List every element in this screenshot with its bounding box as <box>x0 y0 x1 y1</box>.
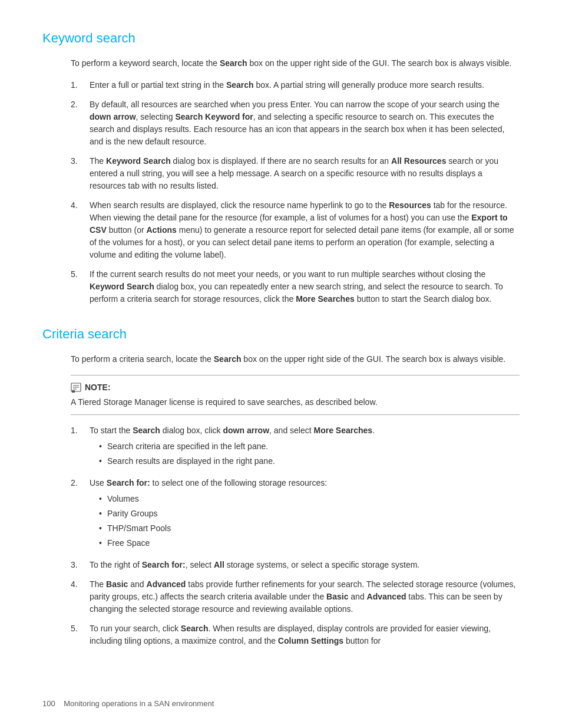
note-text: A Tiered Storage Manager license is requ… <box>71 396 520 409</box>
list-item-content: To the right of Search for:, select All … <box>90 559 520 571</box>
footer-text: Monitoring operations in a SAN environme… <box>64 699 214 708</box>
criteria-search-title: Criteria search <box>42 324 520 344</box>
list-item: To run your search, click Search. When r… <box>71 622 520 647</box>
list-item: If the current search results do not mee… <box>71 268 520 305</box>
criteria-search-intro: To perform a criteria search, locate the… <box>71 353 520 365</box>
list-item-content: When search results are displayed, click… <box>90 199 520 261</box>
keyword-search-section: Keyword search To perform a keyword sear… <box>42 28 520 305</box>
keyword-search-list: Enter a full or partial text string in t… <box>71 79 520 305</box>
list-item-content: To run your search, click Search. When r… <box>90 622 520 647</box>
list-item-content: The Basic and Advanced tabs provide furt… <box>90 578 520 615</box>
bullet-list: Search criteria are specified in the lef… <box>90 440 520 467</box>
footer: 100 Monitoring operations in a SAN envir… <box>42 698 214 710</box>
keyword-search-intro: To perform a keyword search, locate the … <box>71 57 520 70</box>
note-icon <box>71 383 81 393</box>
list-item-content: To start the Search dialog box, click do… <box>90 424 520 470</box>
bullet-list: Volumes Parity Groups THP/Smart Pools Fr… <box>90 493 520 549</box>
criteria-search-list: To start the Search dialog box, click do… <box>71 424 520 647</box>
list-item: When search results are displayed, click… <box>71 199 520 261</box>
page: Keyword search To perform a keyword sear… <box>0 0 562 728</box>
list-item: The Basic and Advanced tabs provide furt… <box>71 578 520 615</box>
list-item: The Keyword Search dialog box is display… <box>71 155 520 192</box>
bullet-item: Free Space <box>99 537 520 549</box>
list-item: Enter a full or partial text string in t… <box>71 79 520 91</box>
page-number: 100 <box>42 699 55 708</box>
bullet-item: Parity Groups <box>99 508 520 520</box>
list-item: By default, all resources are searched w… <box>71 98 520 148</box>
bullet-item: Search criteria are specified in the lef… <box>99 440 520 453</box>
note-box: NOTE: A Tiered Storage Manager license i… <box>71 375 520 415</box>
list-item-content: If the current search results do not mee… <box>90 268 520 305</box>
keyword-search-title: Keyword search <box>42 28 520 48</box>
criteria-search-section: Criteria search To perform a criteria se… <box>42 324 520 647</box>
note-label: NOTE: <box>71 381 520 394</box>
bullet-item: THP/Smart Pools <box>99 522 520 535</box>
list-item: To the right of Search for:, select All … <box>71 559 520 571</box>
note-label-text: NOTE: <box>85 381 111 394</box>
list-item: Use Search for: to select one of the fol… <box>71 477 520 552</box>
list-item-content: Use Search for: to select one of the fol… <box>90 477 520 552</box>
list-item-content: Enter a full or partial text string in t… <box>90 79 520 91</box>
list-item-content: By default, all resources are searched w… <box>90 98 520 148</box>
list-item-content: The Keyword Search dialog box is display… <box>90 155 520 192</box>
bullet-item: Volumes <box>99 493 520 505</box>
bullet-item: Search results are displayed in the righ… <box>99 455 520 467</box>
svg-rect-4 <box>72 390 75 393</box>
list-item: To start the Search dialog box, click do… <box>71 424 520 470</box>
